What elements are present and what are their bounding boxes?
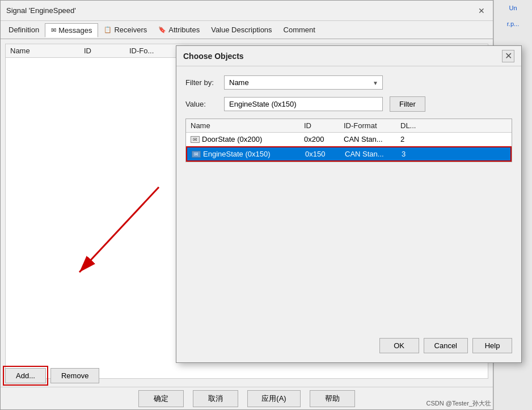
- obj-col-header-dl: DL...: [400, 121, 429, 130]
- obj-row-idformat-doorstate: CAN Stan...: [344, 135, 400, 143]
- value-label: Value:: [185, 100, 219, 108]
- dialog-body: Filter by: Name Value: Filter Name ID ID…: [176, 66, 521, 171]
- filter-row: Filter by: Name: [185, 75, 512, 90]
- status-bar: 确定 取消 应用(A) 帮助: [1, 387, 493, 409]
- watermark: CSDN @Tester_孙大壮: [427, 399, 491, 408]
- help-button[interactable]: 帮助: [310, 390, 355, 407]
- obj-row-dl-enginestate: 3: [402, 150, 430, 158]
- value-input[interactable]: [224, 97, 383, 111]
- bottom-buttons: Add... Remove: [5, 368, 99, 383]
- main-titlebar: Signal 'EngineSpeed' ✕: [1, 1, 493, 21]
- objects-table: Name ID ID-Format DL... ✉ DoorState (0x2…: [185, 119, 512, 162]
- obj-row-id-enginestate: 0x150: [305, 150, 345, 158]
- main-window-title: Signal 'EngineSpeed': [6, 6, 76, 15]
- tab-comment-label: Comment: [284, 26, 315, 34]
- side-panel-text-2: r.p...: [494, 16, 532, 32]
- tab-messages-label: Messages: [58, 26, 92, 35]
- ok-button[interactable]: 确定: [138, 390, 184, 407]
- tab-receivers-label: Receivers: [114, 26, 147, 34]
- col-header-idformat: ID-Fo...: [129, 47, 175, 55]
- table-row[interactable]: ✉ EngineState (0x150) 0x150 CAN Stan... …: [186, 146, 512, 162]
- tab-receivers[interactable]: 📋 Receivers: [98, 23, 153, 36]
- obj-row-id-doorstate: 0x200: [304, 135, 344, 143]
- messages-icon: ✉: [51, 27, 56, 34]
- doorstate-icon: ✉: [191, 136, 200, 143]
- add-button[interactable]: Add...: [5, 368, 46, 383]
- dialog-ok-button[interactable]: OK: [379, 338, 419, 353]
- col-header-id: ID: [84, 47, 129, 55]
- dialog-title: Choose Objects: [183, 52, 244, 61]
- cancel-button[interactable]: 取消: [193, 390, 238, 407]
- dialog-help-button[interactable]: Help: [472, 338, 512, 353]
- main-close-button[interactable]: ✕: [476, 5, 487, 16]
- obj-row-name-doorstate: ✉ DoorState (0x200): [191, 135, 304, 143]
- tab-attributes-label: Attributes: [168, 26, 200, 34]
- tab-value-descriptions[interactable]: Value Descriptions: [205, 23, 277, 36]
- choose-objects-dialog: Choose Objects ✕ Filter by: Name Value: …: [176, 45, 522, 363]
- enginestate-icon: ✉: [192, 151, 201, 158]
- filter-by-label: Filter by:: [185, 78, 219, 87]
- objects-table-header: Name ID ID-Format DL...: [186, 119, 512, 133]
- filter-button[interactable]: Filter: [390, 96, 425, 112]
- filter-select-wrapper: Name: [224, 75, 383, 90]
- col-header-name: Name: [10, 47, 84, 55]
- dialog-bottom-buttons: OK Cancel Help: [379, 338, 512, 353]
- table-row[interactable]: ✉ DoorState (0x200) 0x200 CAN Stan... 2: [186, 133, 512, 146]
- tab-bar: Definition ✉ Messages 📋 Receivers 🔖 Attr…: [1, 21, 493, 39]
- obj-col-header-idformat: ID-Format: [344, 121, 400, 130]
- side-panel-text-1: Un: [494, 0, 532, 16]
- obj-row-idformat-enginestate: CAN Stan...: [345, 150, 402, 158]
- attributes-icon: 🔖: [158, 26, 166, 33]
- receivers-icon: 📋: [104, 26, 112, 33]
- obj-row-name-enginestate: ✉ EngineState (0x150): [192, 150, 305, 158]
- apply-button[interactable]: 应用(A): [247, 390, 300, 407]
- dialog-cancel-button[interactable]: Cancel: [424, 338, 468, 353]
- obj-col-header-id: ID: [304, 121, 344, 130]
- filter-select[interactable]: Name: [224, 75, 383, 90]
- dialog-titlebar: Choose Objects ✕: [176, 46, 521, 66]
- tab-value-descriptions-label: Value Descriptions: [211, 26, 272, 34]
- tab-definition[interactable]: Definition: [3, 23, 45, 36]
- tab-attributes[interactable]: 🔖 Attributes: [153, 23, 205, 36]
- obj-col-header-name: Name: [191, 121, 304, 130]
- remove-button[interactable]: Remove: [50, 368, 99, 383]
- obj-row-dl-doorstate: 2: [400, 135, 429, 143]
- tab-definition-label: Definition: [9, 26, 39, 34]
- dialog-close-button[interactable]: ✕: [502, 50, 514, 62]
- value-row: Value: Filter: [185, 96, 512, 112]
- tab-comment[interactable]: Comment: [278, 23, 321, 36]
- tab-messages[interactable]: ✉ Messages: [45, 23, 98, 37]
